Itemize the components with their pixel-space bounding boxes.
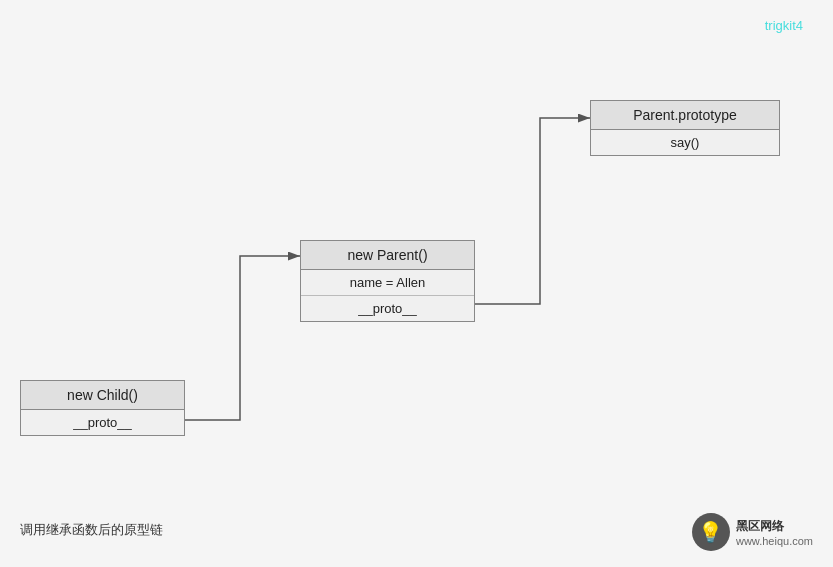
parent-prototype-box: Parent.prototype say() bbox=[590, 100, 780, 156]
parent-prototype-say: say() bbox=[591, 130, 779, 155]
brand-icon: 💡 bbox=[692, 513, 730, 551]
child-box-proto: __proto__ bbox=[21, 410, 184, 435]
parent-instance-name: name = Allen bbox=[301, 270, 474, 296]
parent-instance-box: new Parent() name = Allen __proto__ bbox=[300, 240, 475, 322]
diagram-area: trigkit4 new Child() __proto__ new Paren… bbox=[0, 0, 833, 567]
brand-text: 黑区网络 www.heiqu.com bbox=[736, 518, 813, 547]
parent-prototype-header: Parent.prototype bbox=[591, 101, 779, 130]
parent-instance-proto: __proto__ bbox=[301, 296, 474, 321]
brand-name: 黑区网络 bbox=[736, 518, 813, 535]
brand-badge: 💡 黑区网络 www.heiqu.com bbox=[692, 513, 813, 551]
watermark-label: trigkit4 bbox=[765, 18, 803, 33]
child-box-header: new Child() bbox=[21, 381, 184, 410]
bottom-caption: 调用继承函数后的原型链 bbox=[20, 521, 163, 539]
parent-instance-header: new Parent() bbox=[301, 241, 474, 270]
brand-site: www.heiqu.com bbox=[736, 535, 813, 547]
child-box: new Child() __proto__ bbox=[20, 380, 185, 436]
